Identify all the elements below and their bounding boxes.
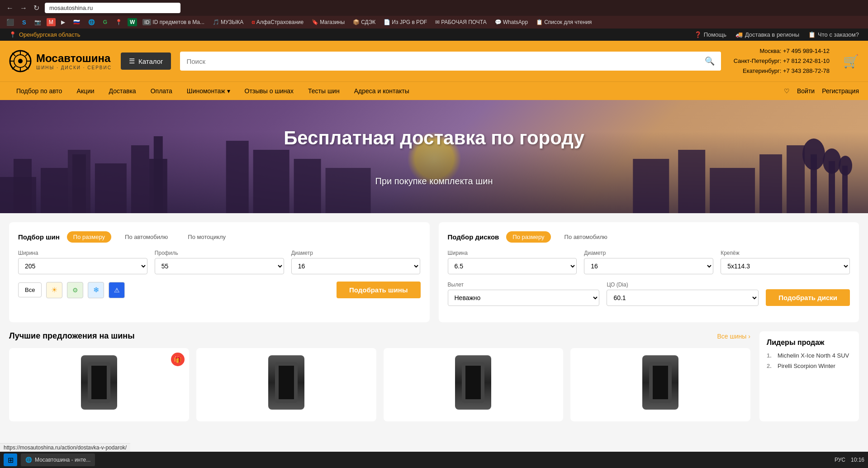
disk-width-label: Ширина [448, 250, 577, 256]
delivery-link[interactable]: 🚚 Доставка в регионы [735, 31, 799, 38]
nav-item-delivery[interactable]: Доставка [102, 82, 143, 100]
chevron-right-icon: › [748, 333, 750, 340]
season-studded-button[interactable]: ⚠ [109, 282, 125, 298]
svg-rect-25 [678, 150, 705, 213]
warning-icon: ⚠ [114, 287, 120, 294]
tire-card[interactable] [384, 348, 564, 421]
bookmark-whatsapp[interactable]: 💬 WhatsApp [492, 18, 531, 26]
products-section: Лучшие предложения на шины Все шины › 🎁 [9, 331, 750, 421]
search-input[interactable] [180, 53, 698, 70]
find-tires-button[interactable]: Подобрать шины [337, 282, 421, 298]
tire-card[interactable] [570, 348, 750, 421]
bookmark-item[interactable]: G [100, 18, 110, 26]
svg-rect-20 [226, 141, 249, 213]
bookmark-item[interactable]: 🌐 [85, 18, 98, 26]
tire-diameter-label: Диаметр [291, 250, 421, 256]
tire-tab-by-car[interactable]: По автомобилю [119, 231, 174, 243]
svg-rect-21 [253, 150, 289, 213]
bookmark-item[interactable]: 🇷🇺 [71, 18, 83, 26]
order-link[interactable]: 📋 Что с заказом? [808, 31, 859, 38]
search-button[interactable]: 🔍 [698, 52, 721, 71]
address-bar[interactable]: mosautoshina.ru [45, 3, 180, 13]
tire-profile-label: Профиль [155, 250, 284, 256]
tire-card[interactable]: 🎁 [9, 348, 189, 421]
season-summer-button[interactable]: ☀ [46, 282, 62, 298]
tire-width-label: Ширина [18, 250, 147, 256]
disk-fastener-group: Крепёж 5x114.3 [721, 250, 850, 274]
tire-image [642, 355, 678, 410]
bookmark-id-items[interactable]: ID ID предметов в Ма... [140, 18, 207, 26]
tire-selector-card: Подбор шин По размеру По автомобилю По м… [9, 222, 430, 322]
nav-item-promo[interactable]: Акции [69, 82, 101, 100]
disk-selector-title: Подбор дисков [448, 233, 499, 241]
filter-all-button[interactable]: Все [18, 282, 42, 297]
location-area[interactable]: 📍 Оренбургская область [9, 31, 80, 38]
bookmark-item[interactable]: ⬛ [4, 18, 17, 27]
disk-width-select[interactable]: 6.5 [448, 258, 577, 274]
disk-offset-select[interactable]: Неважно [448, 290, 600, 306]
selectors-row: Подбор шин По размеру По автомобилю По м… [9, 222, 859, 322]
sun-icon: ☀ [51, 286, 57, 294]
tire-diameter-select[interactable]: 16 [291, 258, 421, 274]
reload-button[interactable]: ↻ [32, 3, 41, 13]
leader-item[interactable]: 1. Michelin X-Ice North 4 SUV [767, 352, 852, 359]
tire-width-group: Ширина 205 [18, 250, 147, 274]
cart-button[interactable]: 🛒 [843, 54, 859, 69]
tire-width-select[interactable]: 205 [18, 258, 147, 274]
all-tires-link[interactable]: Все шины › [717, 333, 750, 340]
tire-fields-row: Ширина 205 Профиль 55 Диаметр 16 [18, 250, 421, 274]
tire-tab-by-moto[interactable]: По мотоциклу [181, 231, 232, 243]
disk-diameter-group: Диаметр 16 [584, 250, 713, 274]
bookmark-jpg-pdf[interactable]: 📄 Из JPG в PDF [381, 18, 430, 26]
bookmark-stores[interactable]: 🔖 Магазины [309, 18, 347, 26]
leader-item[interactable]: 2. Pirelli Scorpion Winter [767, 363, 852, 369]
nav-item-reviews[interactable]: Отзывы о шинах [237, 82, 301, 100]
svg-rect-27 [759, 154, 782, 213]
disk-tab-by-size[interactable]: По размеру [506, 231, 550, 243]
svg-rect-19 [149, 159, 167, 213]
season-allseason-button[interactable]: ⚙ [67, 282, 83, 298]
svg-rect-23 [326, 168, 371, 213]
tire-filter-row: Все ☀ ⚙ ❄ ⚠ Подобрать шины [18, 282, 421, 298]
bookmark-item[interactable]: W [128, 18, 137, 26]
forward-button[interactable]: → [18, 3, 29, 13]
nav-right: ♡ Войти Регистрация [784, 87, 859, 95]
season-winter-button[interactable]: ❄ [88, 282, 104, 298]
tire-selector-title: Подбор шин [18, 233, 60, 241]
bookmark-mail[interactable]: ✉ РАБОЧАЯ ПОЧТА [432, 18, 489, 26]
login-button[interactable]: Войти [797, 87, 815, 95]
disk-diameter-select[interactable]: 16 [584, 258, 713, 274]
bookmark-item[interactable]: 📷 [32, 18, 44, 26]
disk-dia-label: ЦО (Dia) [607, 282, 759, 288]
bookmark-item[interactable]: M [47, 18, 56, 26]
leaders-title: Лидеры продаж [767, 339, 852, 347]
nav-item-payment[interactable]: Оплата [143, 82, 180, 100]
disk-fastener-select[interactable]: 5x114.3 [721, 258, 850, 274]
nav-item-tirefitting[interactable]: Шиномонтаж ▾ [180, 82, 237, 100]
bookmark-music[interactable]: 🎵 МУЗЫКА [210, 18, 246, 26]
help-link[interactable]: ❓ Помощь [694, 31, 726, 38]
tire-card[interactable] [196, 348, 376, 421]
bookmark-reading-list[interactable]: 📋 Список для чтения [533, 18, 594, 26]
catalog-button[interactable]: ☰ Каталог [121, 53, 171, 70]
browser-chrome: ← → ↻ mosautoshina.ru [0, 0, 868, 16]
register-button[interactable]: Регистрация [822, 87, 859, 95]
nav-item-contacts[interactable]: Адреса и контакты [347, 82, 417, 100]
bookmark-alfa[interactable]: α АлфаСтрахование [249, 18, 306, 26]
nav-item-tests[interactable]: Тесты шин [301, 82, 347, 100]
location-icon: 📍 [9, 31, 16, 38]
find-disks-button[interactable]: Подобрать диски [766, 289, 850, 306]
tire-tab-by-size[interactable]: По размеру [67, 231, 111, 243]
svg-rect-16 [95, 163, 127, 213]
bookmark-cdek[interactable]: 📦 СДЭК [350, 18, 378, 26]
disk-dia-select[interactable]: 60.1 [607, 290, 759, 306]
tire-profile-select[interactable]: 55 [155, 258, 284, 274]
logo[interactable]: Мосавтошина ШИНЫ · ДИСКИ · СЕРВИС [9, 50, 112, 72]
back-button[interactable]: ← [5, 3, 15, 13]
wishlist-button[interactable]: ♡ [784, 87, 790, 95]
nav-item-selection[interactable]: Подбор по авто [9, 82, 69, 100]
bookmark-item[interactable]: ▶ [58, 18, 68, 26]
bookmark-item[interactable]: 📍 [113, 18, 125, 26]
bookmark-item[interactable]: S [19, 18, 29, 27]
disk-tab-by-car[interactable]: По автомобилю [558, 231, 614, 243]
